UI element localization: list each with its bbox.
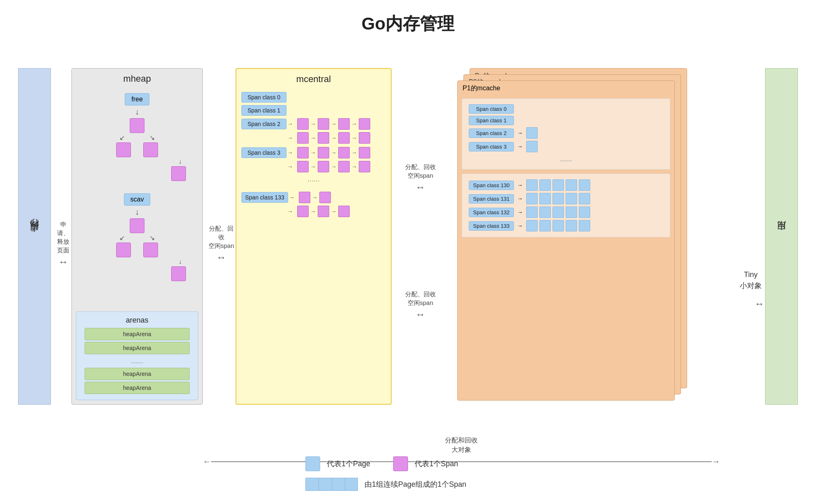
mheap-box: mheap free ↓ ↙ ↘ bbox=[71, 68, 203, 405]
page-block bbox=[579, 179, 590, 191]
page-block bbox=[552, 179, 564, 191]
free-child-2b bbox=[143, 142, 158, 157]
span-block bbox=[318, 147, 329, 158]
mcentral-span-row-3b: → → → → bbox=[241, 161, 386, 172]
mcache-bottom-panel: Span class 130 → Span class 131 → bbox=[462, 174, 670, 237]
page-block bbox=[552, 206, 564, 218]
legend-span-pages-label: 由1组连续Page组成的1个Span bbox=[364, 479, 466, 489]
mcache-row-130: Span class 130 → bbox=[469, 179, 663, 191]
page-block bbox=[526, 179, 538, 191]
scav-child-2b bbox=[143, 243, 158, 257]
vm-mheap-bidirectional-arrow: ↔ bbox=[58, 256, 68, 268]
mcache-label-132: Span class 132 bbox=[469, 208, 514, 217]
vm-mheap-arrow-area: 申请、释放页面 ↔ bbox=[55, 220, 71, 268]
mcache-row-3: Span class 3 → bbox=[469, 141, 663, 152]
block-arrow: → bbox=[310, 135, 316, 141]
legend-span-row: 代表1个Span bbox=[393, 456, 458, 471]
mcache-row-1: Span class 1 bbox=[469, 116, 663, 125]
heap-arena-1: heapArena bbox=[85, 328, 190, 340]
free-node: free bbox=[125, 93, 149, 105]
legend-span-area: 代表1个Span bbox=[393, 456, 458, 471]
diagram-area: 虚拟内存 应用 mheap free ↓ ↙ ↘ bbox=[18, 44, 798, 503]
page-block bbox=[539, 179, 551, 191]
application-bar: 应用 bbox=[765, 68, 798, 405]
mcentral-span-label-133: Span class 133 bbox=[241, 192, 288, 203]
legend-span-page-4 bbox=[345, 478, 358, 491]
mcache-label-2: Span class 2 bbox=[469, 128, 514, 138]
mcentral-span-row-2: Span class 2 → → → → bbox=[241, 118, 386, 130]
mcentral-mcache-top-arrow: ↔ bbox=[415, 181, 425, 193]
mcentral-arrow-133b: → bbox=[287, 208, 293, 215]
heap-arena-3: heapArena bbox=[85, 368, 190, 380]
scav-child-3 bbox=[171, 266, 186, 281]
mcentral-span-label-3: Span class 3 bbox=[241, 147, 287, 158]
mcentral-arrow-133: → bbox=[289, 194, 295, 201]
page-block bbox=[526, 127, 538, 139]
span-block bbox=[318, 161, 329, 172]
mcentral-arrow-3: → bbox=[287, 149, 293, 156]
span-block bbox=[359, 132, 370, 144]
arrow-right-scav: ↘ bbox=[149, 234, 155, 242]
page-block bbox=[566, 206, 577, 218]
scav-child-2a bbox=[116, 243, 131, 257]
span-block bbox=[319, 192, 331, 203]
mcentral-title: mcentral bbox=[236, 69, 391, 89]
block-arrow: → bbox=[310, 149, 316, 156]
block-arrow: → bbox=[310, 163, 316, 170]
arrow-right-free: ↘ bbox=[149, 134, 155, 142]
span-block bbox=[297, 118, 309, 130]
mcache-stack-area: Pn的mcache P2的mcache P1的mcache Span class… bbox=[453, 68, 683, 405]
span-block bbox=[297, 161, 309, 172]
mcache-label-131: Span class 131 bbox=[469, 194, 514, 204]
legend-area: 代表1个Page 代表1个Span 由1组连续Page组成的1个Span bbox=[305, 456, 466, 491]
tiny-label: Tiny小对象 bbox=[740, 269, 762, 291]
page-block bbox=[566, 193, 577, 204]
mcentral-span-label-1: Span class 1 bbox=[241, 105, 287, 116]
block-arrow: → bbox=[331, 208, 337, 215]
mcentral-box: mcentral Span class 0 Span class 1 Span … bbox=[236, 68, 392, 405]
block-arrow: → bbox=[310, 208, 316, 215]
mcentral-blocks-2b: → → → bbox=[297, 132, 370, 144]
page-block bbox=[566, 179, 577, 191]
mcache-row-2: Span class 2 → bbox=[469, 127, 663, 139]
mcache-p1-card: P1的mcache Span class 0 Span class 1 Span… bbox=[457, 80, 675, 401]
legend-row-page: 代表1个Page 代表1个Span bbox=[305, 456, 466, 471]
arrow-left-scav: ↙ bbox=[119, 234, 125, 242]
legend-span-label: 代表1个Span bbox=[415, 459, 458, 469]
legend-row-span-pages: 由1组连续Page组成的1个Span bbox=[305, 478, 466, 491]
page-block bbox=[579, 220, 590, 231]
page-block bbox=[579, 206, 590, 218]
mcentral-blocks-3b: → → → bbox=[297, 161, 370, 172]
down-arrow-free: ↓ bbox=[135, 107, 139, 117]
mcentral-span-row-133b: → → → bbox=[241, 206, 386, 217]
page-block bbox=[579, 193, 590, 204]
legend-span-icon bbox=[393, 456, 408, 471]
span-block bbox=[297, 132, 309, 144]
page-block bbox=[539, 206, 551, 218]
mcache-p1-label: P1的mcache bbox=[458, 81, 674, 96]
legend-span-pages-icon bbox=[305, 478, 358, 491]
arrow-left-free: ↙ bbox=[119, 134, 125, 142]
mheap-mcentral-label: 分配、回收空闲span bbox=[207, 224, 236, 250]
mcentral-arrow-2b: → bbox=[287, 135, 293, 141]
block-arrow: → bbox=[351, 135, 357, 141]
page-block bbox=[552, 193, 564, 204]
span-block bbox=[297, 206, 309, 217]
page-block bbox=[526, 220, 538, 231]
block-arrow: → bbox=[331, 121, 337, 127]
page-block bbox=[539, 220, 551, 231]
free-child-2a bbox=[116, 142, 131, 157]
mcentral-span-row-3: Span class 3 → → → → bbox=[241, 147, 386, 158]
mcache-row-0: Span class 0 bbox=[469, 104, 663, 114]
mheap-title: mheap bbox=[72, 69, 202, 89]
arenas-ellipsis: ...... bbox=[80, 357, 194, 365]
mcache-arrow-130: → bbox=[517, 182, 523, 188]
mcentral-blocks-133b: → → bbox=[297, 206, 350, 217]
mcache-arrow-132: → bbox=[517, 209, 523, 215]
mcentral-arrow-3b: → bbox=[287, 163, 293, 170]
span-block bbox=[338, 132, 350, 144]
block-arrow: → bbox=[312, 194, 318, 201]
span-block bbox=[318, 132, 329, 144]
tiny-arrow: ↔ bbox=[754, 298, 764, 309]
mcentral-mcache-top-label: 分配、回收空闲span bbox=[405, 163, 436, 180]
